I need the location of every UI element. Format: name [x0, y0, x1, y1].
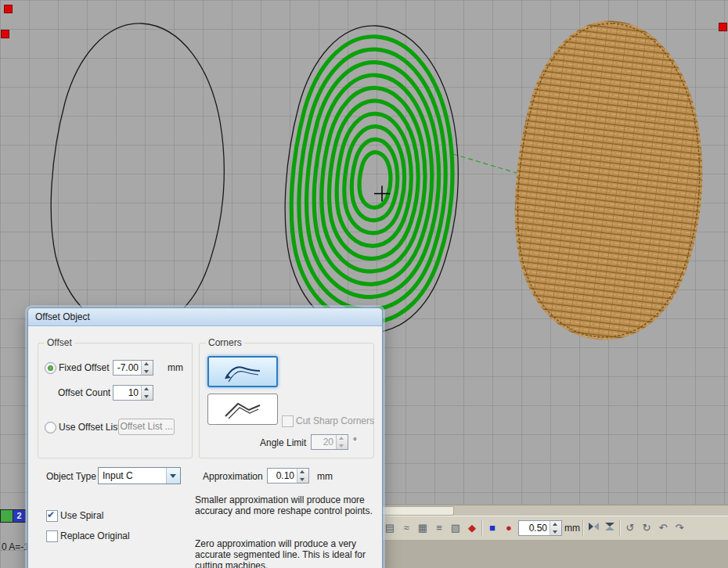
- palette-color-2[interactable]: 2: [13, 509, 26, 523]
- round-corner-icon: [219, 360, 266, 383]
- dialog-titlebar[interactable]: Offset Object: [28, 308, 382, 326]
- approximation-note-2: Zero approximation will produce a very a…: [195, 538, 377, 568]
- rotate-right-icon[interactable]: ↻: [640, 520, 654, 536]
- toolbar-separator: [619, 520, 621, 536]
- stitch-length-unit: mm: [564, 523, 580, 534]
- offset-group: Offset Fixed Offset -7.00 mm Offset Coun…: [38, 343, 193, 458]
- use-spiral-checkbox[interactable]: [46, 510, 58, 522]
- outline-icon[interactable]: ▤: [383, 520, 397, 536]
- undo-icon[interactable]: ↶: [656, 520, 670, 536]
- corners-group-label: Corners: [206, 337, 244, 348]
- selection-marker[interactable]: [4, 5, 13, 13]
- bottom-strip: [380, 540, 728, 568]
- offset-spiral-object[interactable]: [285, 26, 458, 333]
- replace-original-label: Replace Original: [60, 530, 130, 541]
- fixed-offset-unit: mm: [168, 362, 183, 373]
- angle-limit-label: Angle Limit: [260, 437, 306, 448]
- flip-vertical-icon[interactable]: [603, 520, 617, 536]
- fixed-offset-radio[interactable]: [45, 362, 56, 374]
- object-type-value: Input C: [99, 468, 166, 484]
- angle-limit-unit: °: [353, 436, 357, 447]
- chevron-down-icon[interactable]: [166, 468, 180, 484]
- offset-ring: [359, 153, 391, 208]
- palette-color-1[interactable]: [0, 509, 13, 523]
- object-type-dropdown[interactable]: Input C: [98, 467, 181, 484]
- flip-horizontal-icon[interactable]: [586, 520, 600, 536]
- hatch-icon[interactable]: ▧: [449, 520, 463, 536]
- angle-limit-spinner[interactable]: 20: [311, 434, 348, 450]
- approximation-note-1: Smaller approximation will produce more …: [195, 494, 377, 516]
- offset-object-dialog: Offset Object Offset Fixed Offset -7.00 …: [27, 307, 383, 568]
- corner-style-sharp-button[interactable]: [207, 394, 278, 425]
- selection-marker[interactable]: [1, 30, 9, 38]
- machine-dot-icon[interactable]: ●: [502, 520, 516, 536]
- selection-marker[interactable]: [719, 23, 727, 31]
- dialog-title: Offset Object: [35, 311, 90, 322]
- object-type-label: Object Type: [46, 471, 96, 482]
- offset-count-label: Offset Count: [58, 387, 109, 398]
- offset-group-label: Offset: [45, 337, 74, 348]
- approximation-label: Approximation: [203, 471, 263, 482]
- design-canvas: 2 0 A=-14 ▤ ≈ ▦ ≡ ▧ ◆ ■ ● 0.50 mm ↺ ↻ ↶ …: [0, 0, 728, 568]
- use-spiral-label: Use Spiral: [60, 510, 103, 521]
- toolbar-separator: [481, 520, 483, 536]
- fixed-offset-spinner[interactable]: -7.00: [113, 360, 153, 376]
- color-block-icon[interactable]: ■: [485, 520, 499, 536]
- corners-group: Corners Cut Sharp Corners Angle Limit 20: [199, 343, 374, 458]
- approximation-spinner[interactable]: 0.10: [267, 468, 309, 484]
- approximation-unit: mm: [317, 471, 333, 482]
- bottom-toolbar: ▤ ≈ ▦ ≡ ▧ ◆ ■ ● 0.50 mm ↺ ↻ ↶ ↷: [380, 516, 728, 540]
- sharp-corner-icon: [219, 397, 266, 421]
- stitched-object[interactable]: [517, 23, 699, 337]
- replace-original-checkbox[interactable]: [46, 530, 58, 542]
- fixed-offset-label: Fixed Offset: [59, 362, 109, 373]
- stitch-length-spinner[interactable]: 0.50: [518, 520, 562, 536]
- rotate-left-icon[interactable]: ↺: [623, 520, 637, 536]
- lines-icon[interactable]: ≡: [432, 520, 446, 536]
- offset-count-spinner[interactable]: 10: [113, 385, 153, 401]
- corner-style-round-button[interactable]: [207, 356, 278, 387]
- fill-stitch-icon[interactable]: ▦: [416, 520, 430, 536]
- scrollbar-thumb[interactable]: [382, 506, 454, 516]
- cut-sharp-corners-checkbox[interactable]: [282, 415, 294, 427]
- stop-diamond-icon[interactable]: ◆: [465, 520, 479, 536]
- horizontal-scrollbar[interactable]: [380, 505, 728, 516]
- wave-stitch-icon[interactable]: ≈: [399, 520, 413, 536]
- redo-icon[interactable]: ↷: [672, 520, 687, 536]
- use-offset-list-label: Use Offset List: [59, 422, 120, 433]
- cut-sharp-corners-label: Cut Sharp Corners: [296, 415, 374, 426]
- offset-ring: [337, 113, 411, 246]
- toolbar-separator: [582, 520, 584, 536]
- outline-object[interactable]: [51, 23, 224, 331]
- use-offset-list-radio[interactable]: [45, 422, 56, 433]
- offset-list-button[interactable]: Offset List ...: [118, 419, 175, 435]
